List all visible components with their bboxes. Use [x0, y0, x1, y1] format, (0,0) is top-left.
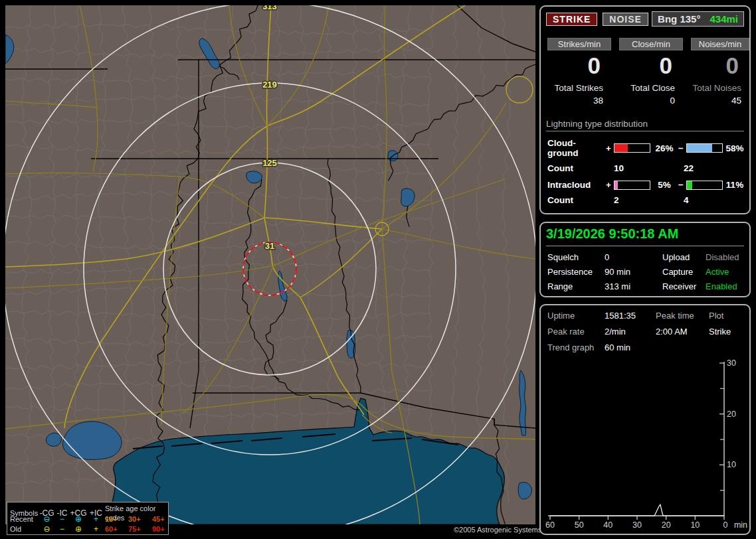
cg-plus-bar-fill: [614, 144, 628, 152]
svg-text:20: 20: [727, 410, 736, 419]
neg-ic-old-icon: −: [54, 524, 70, 534]
legend-recent-label: Recent: [10, 514, 39, 524]
ring-label-31: 31: [265, 241, 274, 251]
status-panel: 3/19/2026 9:50:18 AM Squelch 0 Upload Di…: [539, 222, 751, 297]
persistence-value: 90 min: [605, 267, 662, 277]
total-noises-label: Total Noises: [691, 83, 749, 93]
intracloud-row: Intracloud + 5% − 11%: [547, 180, 749, 190]
bearing-value: Bng 135°: [658, 13, 700, 25]
cloud-ground-label: Cloud-ground: [547, 138, 606, 158]
uptime-value: 1581:35: [605, 311, 656, 321]
ic-count-label: Count: [547, 195, 614, 205]
legend-recent-row: Recent ⊖ − ⊕ + 15+ 30+ 45+: [10, 514, 168, 524]
pos-ic-old-icon: +: [87, 524, 105, 534]
cloud-ground-count-row: Count 10 22: [547, 163, 749, 173]
svg-text:10: 10: [727, 460, 736, 469]
intracloud-label: Intracloud: [547, 180, 606, 190]
cg-plus-count: 10: [614, 163, 684, 173]
mode-toggle-row: STRIKE NOISE Bng 135°434mi: [546, 11, 744, 27]
squelch-value: 0: [605, 252, 662, 262]
age-15: 15+: [105, 514, 128, 524]
svg-text:0: 0: [723, 520, 728, 530]
svg-text:30: 30: [632, 520, 642, 530]
datetime-display: 3/19/2026 9:50:18 AM: [546, 226, 744, 246]
peak-time-label: Peak time: [656, 311, 709, 321]
strikes-per-min-chip: Strikes/min: [547, 38, 611, 50]
svg-text:30: 30: [727, 358, 736, 368]
ic-plus-count: 2: [614, 195, 684, 205]
ic-plus-pct: 5%: [650, 180, 678, 190]
map-canvas: 313 219 125 31: [5, 5, 535, 524]
legend-old-label: Old: [10, 524, 39, 534]
legend-header-row: Symbols -CG -IC +CG +IC Strike age color…: [10, 504, 168, 514]
ic-minus-pct: 11%: [723, 180, 747, 190]
uptime-trend-panel: Uptime 1581:35 Peak time Plot Peak rate …: [539, 304, 751, 535]
svg-text:min: min: [734, 520, 747, 530]
close-per-min-value: 0: [619, 52, 683, 79]
total-strikes-label: Total Strikes: [547, 83, 611, 93]
capture-status: Active: [706, 267, 747, 277]
noise-mode-button[interactable]: NOISE: [603, 13, 648, 26]
cg-plus-pct: 26%: [650, 143, 678, 153]
rate-chips-row: Strikes/min Close/min Noises/min 0 0 0 T…: [547, 38, 749, 106]
trend-graph: 6050403020100min302010: [545, 343, 751, 536]
strike-mode-button[interactable]: STRIKE: [546, 13, 597, 26]
plot-label: Plot: [709, 311, 747, 321]
noises-per-min-value: 0: [691, 52, 749, 79]
ic-plus-bar: [614, 181, 650, 190]
symbols-legend: Symbols -CG -IC +CG +IC Strike age color…: [7, 502, 169, 535]
squelch-label: Squelch: [547, 252, 605, 262]
total-close-value: 0: [619, 96, 683, 106]
uptime-label: Uptime: [547, 311, 605, 321]
noises-per-min-chip: Noises/min: [691, 38, 749, 50]
copyright-text: ©2005 Astrogenic Systems: [454, 526, 541, 534]
svg-text:60: 60: [545, 520, 555, 530]
cg-minus-count: 22: [684, 163, 743, 173]
app-window: 313 219 125 31 Symbols -CG -IC +CG +IC S…: [0, 0, 756, 539]
total-noises-value: 45: [691, 96, 749, 106]
ic-minus-count: 4: [684, 195, 743, 205]
peak-time-value: 2:00 AM: [656, 327, 709, 337]
pos-cg-old-icon: ⊕: [70, 524, 87, 534]
capture-label: Capture: [662, 267, 706, 277]
lightning-map[interactable]: 313 219 125 31: [5, 5, 535, 524]
svg-text:20: 20: [662, 520, 671, 530]
status-grid: Squelch 0 Upload Disabled Persistence 90…: [547, 252, 749, 291]
ring-label-313: 313: [262, 5, 277, 11]
strikes-per-min-value: 0: [547, 52, 611, 79]
peak-rate-label: Peak rate: [547, 327, 605, 337]
neg-cg-recent-icon: ⊖: [39, 514, 54, 524]
receiver-status: Enabled: [706, 281, 747, 291]
svg-text:40: 40: [603, 520, 613, 530]
ring-label-125: 125: [262, 158, 277, 168]
peak-rate-value: 2/min: [605, 327, 656, 337]
ic-minus-bar-fill: [687, 181, 692, 189]
upload-status: Disabled: [706, 252, 747, 262]
minus-sign: −: [678, 180, 686, 190]
age-75: 75+: [128, 524, 152, 534]
cg-count-label: Count: [547, 163, 614, 173]
cg-minus-bar: [686, 143, 723, 153]
strike-stats-panel: STRIKE NOISE Bng 135°434mi Strikes/min C…: [539, 5, 751, 214]
close-per-min-chip: Close/min: [619, 38, 683, 50]
distribution-title: Lightning type distribution: [546, 119, 744, 131]
neg-ic-recent-icon: −: [54, 514, 70, 524]
legend-old-row: Old ⊖ − ⊕ + 60+ 75+ 90+: [10, 524, 168, 534]
ic-minus-bar: [686, 181, 723, 190]
intracloud-count-row: Count 2 4: [547, 195, 749, 205]
neg-cg-old-icon: ⊖: [39, 524, 54, 534]
svg-text:10: 10: [690, 520, 700, 530]
ic-plus-bar-fill: [614, 181, 618, 189]
persistence-label: Persistence: [547, 267, 605, 277]
distance-value: 434mi: [709, 13, 738, 25]
cloud-ground-row: Cloud-ground + 26% − 58%: [547, 138, 749, 158]
svg-text:50: 50: [575, 520, 584, 530]
range-label: Range: [547, 281, 605, 291]
pos-cg-recent-icon: ⊕: [70, 514, 87, 524]
cg-minus-pct: 58%: [723, 143, 747, 153]
bearing-readout: Bng 135°434mi: [652, 11, 744, 27]
total-close-label: Total Close: [619, 83, 683, 93]
cg-plus-bar: [614, 143, 650, 153]
age-30: 30+: [128, 514, 152, 524]
plus-sign: +: [606, 180, 614, 190]
